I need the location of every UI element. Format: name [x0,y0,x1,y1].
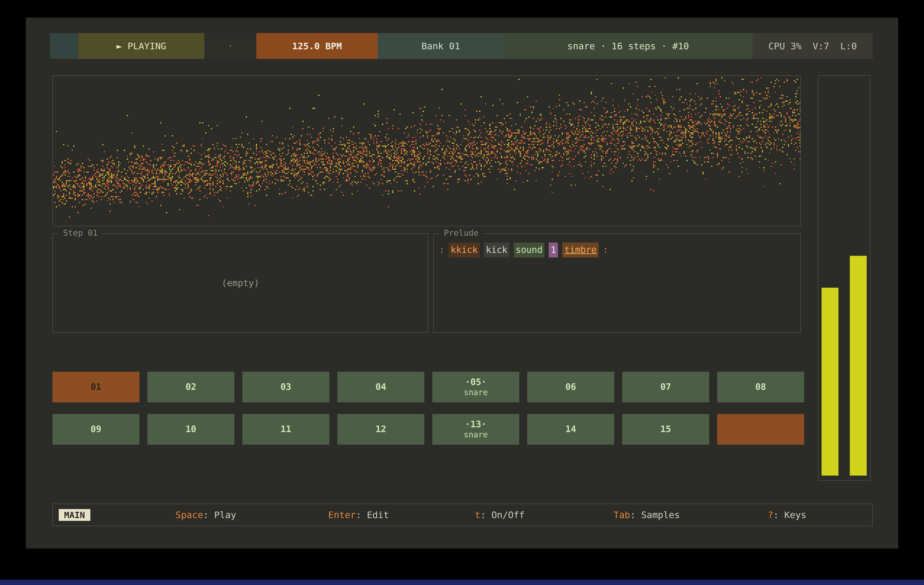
level-meter-left [822,288,838,476]
step-label: 03 [280,382,291,392]
step-label: 11 [280,424,291,434]
step-label: 02 [186,382,196,392]
step-button[interactable]: 15 [622,414,709,445]
key-hint: Space: Play [175,510,236,520]
app-window: ► PLAYING · 125.0 BPM Bank 01 snare · 16… [26,18,898,549]
key-hint: ?: Keys [768,510,806,520]
code-token-word: kick [484,242,509,257]
track-info: snare · 16 steps · #10 [504,33,752,59]
code-token-number: 1 [549,242,558,257]
step-label: 06 [566,382,576,392]
key-hint-action: : Keys [773,510,806,520]
key-hint-action: : On/Off [480,510,525,520]
step-button[interactable]: 04 [337,372,424,402]
pattern-visualizer [53,75,801,226]
prelude-panel-title: Prelude [440,228,482,238]
step-label: 08 [755,382,766,392]
code-token-punct: : [603,242,608,257]
key-hint-action: : Play [203,510,236,520]
step-button[interactable]: 07 [622,372,709,402]
bpm-display[interactable]: 125.0 BPM [256,33,378,59]
step-label: 12 [376,424,386,434]
key-hint: t: On/Off [475,510,525,520]
code-token-punct: : [439,242,444,257]
key-hint-key: Space [175,510,203,520]
key-hint-key: Enter [328,510,356,520]
step-button[interactable]: ·05· snare [432,372,519,402]
code-token-link[interactable]: timbre [562,242,599,257]
prelude-code-editor[interactable]: :kkickkicksound1timbre: [439,242,795,257]
step-button[interactable]: 11 [243,414,329,445]
key-hint-key: Tab [614,510,630,520]
bank-display[interactable]: Bank 01 [378,33,504,59]
step-panel-title: Step 01 [59,228,101,238]
step-button[interactable]: 09 [53,414,139,445]
key-hint: Tab: Samples [614,510,680,520]
screen-bottom-strip [0,580,924,585]
step-label: 04 [376,382,386,392]
top-bar: ► PLAYING · 125.0 BPM Bank 01 snare · 16… [50,33,873,59]
step-label: ·13· [465,420,487,430]
status-bar: MAIN Space: PlayEnter: Editt: On/OffTab:… [53,504,873,526]
prelude-panel: Prelude :kkickkicksound1timbre: [433,233,801,333]
transport-status[interactable]: ► PLAYING [78,33,205,59]
key-hint-action: : Edit [356,510,389,520]
step-button[interactable]: 10 [147,414,234,445]
step-label: 15 [660,424,671,434]
step-label: 10 [186,424,196,434]
step-button[interactable]: 08 [717,372,804,402]
step-empty-text: (empty) [221,278,259,288]
step-button[interactable]: 02 [147,372,234,402]
system-stats: CPU 3% V:7 L:0 [752,33,873,59]
key-hint-action: : Samples [630,510,680,520]
step-button[interactable]: 14 [527,414,614,445]
key-hint-key: t [475,510,480,520]
level-meters [818,75,870,481]
code-token-keyword: sound [514,242,544,257]
step-label: 07 [660,382,671,392]
key-hints: Space: PlayEnter: Editt: On/OffTab: Samp… [53,504,872,526]
step-label: 09 [91,424,101,434]
step-button[interactable]: 06 [527,372,614,402]
visualizer-canvas [53,76,800,226]
step-label: 14 [566,424,576,434]
step-button[interactable]: 03 [243,372,329,402]
step-button[interactable]: 12 [337,414,424,445]
level-meter-right [850,256,867,476]
step-button[interactable] [717,414,804,445]
key-hint-key: ? [768,510,773,520]
topbar-separator: · [205,33,256,59]
step-sublabel: snare [464,430,488,439]
step-button[interactable]: ·13· snare [432,414,519,445]
step-sublabel: snare [464,388,488,397]
step-panel: Step 01 (empty) [53,233,428,333]
step-label: ·05· [465,377,487,387]
code-token-word-hl: kkick [449,242,479,257]
step-label: 01 [91,382,101,392]
step-grid: 01 02 03 04 ·05· snare 06 07 08 09 10 11… [53,372,804,445]
step-button[interactable]: 01 [53,372,139,402]
key-hint: Enter: Edit [328,510,389,520]
topbar-spacer [50,33,78,59]
